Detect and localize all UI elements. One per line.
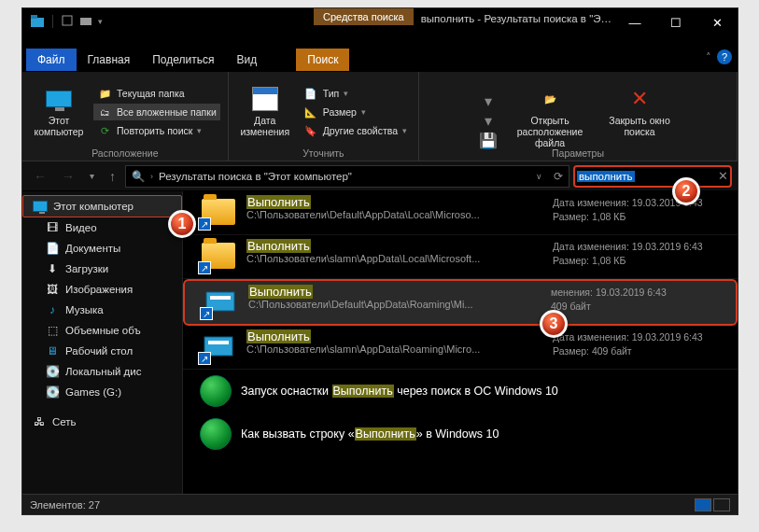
result-path: C:\Пользователи\Default\AppData\Roaming\… [248, 299, 541, 310]
nav-up-button[interactable]: ↑ [104, 169, 121, 184]
ribbon: Этот компьютер 📁Текущая папка 🗂Все вложе… [22, 72, 738, 161]
item-count: 27 [89, 499, 100, 511]
search-input[interactable]: выполнить ✕ [573, 165, 732, 188]
repeat-search-button[interactable]: ⟳Повторить поиск ▾ [93, 122, 220, 139]
address-bar[interactable]: 🔍 › Результаты поиска в "Этот компьютер"… [125, 165, 569, 188]
qat-dropdown-icon[interactable]: ▾ [98, 17, 103, 26]
result-meta: менения: 19.03.2019 6:43 409 байт [551, 285, 728, 313]
close-search-button[interactable]: ✕ Закрыть окно поиска [602, 83, 677, 137]
monitor-icon [46, 91, 72, 107]
result-path: C:\Пользователи\slamn\AppData\Local\Micr… [246, 253, 543, 264]
result-row[interactable]: ↗ Выполнить C:\Пользователи\slamn\AppDat… [183, 326, 738, 370]
current-folder-button[interactable]: 📁Текущая папка [93, 85, 220, 102]
size-filter-button[interactable]: 📐Размер ▾ [300, 104, 411, 120]
svg-rect-7 [208, 341, 229, 344]
minimize-button[interactable]: — [614, 8, 655, 36]
icons-view-button[interactable] [713, 498, 730, 511]
result-path: C:\Пользователи\slamn\AppData\Roaming\Mi… [246, 343, 543, 355]
navigation-pane: Этот компьютер 🎞Видео 📄Документы ⬇Загруз… [22, 191, 183, 494]
quick-access-toolbar: ▾ [22, 8, 108, 29]
window-controls: — ☐ ✕ [614, 8, 738, 36]
globe-icon [200, 375, 232, 407]
ribbon-collapse-icon[interactable]: ˄ [706, 51, 711, 63]
folders-icon: 🗂 [97, 105, 112, 119]
nav-back-button[interactable]: ← [28, 169, 52, 184]
status-bar: Элементов: 27 [22, 494, 738, 514]
maximize-button[interactable]: ☐ [655, 8, 696, 36]
sidebar-item-desktop[interactable]: 🖥Рабочий стол [22, 341, 182, 361]
address-dropdown-icon[interactable]: ∨ [536, 172, 542, 181]
other-props-button[interactable]: 🔖Другие свойства ▾ [300, 122, 411, 139]
sidebar-item-this-pc[interactable]: Этот компьютер [22, 195, 182, 217]
sidebar-item-games[interactable]: 💽Games (G:) [22, 382, 182, 402]
picture-icon: 🖼 [45, 282, 60, 297]
titlebar: ▾ Средства поиска выполнить - Результаты… [22, 8, 738, 46]
tab-file[interactable]: Файл [26, 49, 77, 71]
web-result-row[interactable]: Как вызвать строку «Выполнить» в Windows… [183, 413, 738, 455]
all-subfolders-button[interactable]: 🗂Все вложенные папки [93, 104, 220, 120]
folder-icon: 📁 [97, 86, 112, 101]
address-bar-row: ← → ▾ ↑ 🔍 › Результаты поиска в "Этот ко… [22, 161, 738, 191]
svg-rect-5 [210, 296, 231, 300]
help-icon[interactable]: ? [717, 49, 732, 64]
document-icon: 📄 [45, 241, 60, 256]
explorer-window: ▾ Средства поиска выполнить - Результаты… [21, 7, 738, 515]
search-location-icon: 🔍 [132, 170, 145, 183]
callout-badge-3: 3 [540, 310, 568, 338]
callout-badge-1: 1 [168, 210, 196, 238]
save-search-icon[interactable]: 💾 [479, 132, 498, 149]
sidebar-item-3d-objects[interactable]: ⬚Объемные объ [22, 320, 182, 341]
nav-forward-button[interactable]: → [56, 169, 80, 184]
refresh-icon[interactable]: ⟳ [554, 170, 563, 183]
clear-search-icon[interactable]: ✕ [718, 169, 728, 183]
this-pc-button[interactable]: Этот компьютер [30, 83, 88, 137]
sidebar-item-videos[interactable]: 🎞Видео [22, 217, 182, 238]
refresh-icon: ⟳ [97, 123, 112, 138]
tab-home[interactable]: Главная [77, 49, 142, 71]
sidebar-item-pictures[interactable]: 🖼Изображения [22, 279, 182, 300]
close-search-label: Закрыть окно поиска [602, 115, 677, 137]
nav-history-dropdown[interactable]: ▾ [84, 171, 100, 181]
sidebar-item-music[interactable]: ♪Музыка [22, 300, 182, 320]
tab-share[interactable]: Поделиться [141, 49, 225, 71]
props-icon: 🔖 [303, 123, 318, 138]
tab-view[interactable]: Вид [225, 49, 268, 71]
group-label-location: Расположение [91, 145, 158, 159]
run-shortcut-icon: ↗ [202, 285, 239, 318]
type-filter-button[interactable]: 📄Тип ▾ [300, 85, 411, 102]
web-result-row[interactable]: Запуск оснастки Выполнить через поиск в … [183, 370, 738, 413]
date-modified-button[interactable]: Дата изменения [236, 83, 294, 137]
sidebar-item-downloads[interactable]: ⬇Загрузки [22, 259, 182, 279]
result-row[interactable]: ↗ Выполнить C:\Пользователи\slamn\AppDat… [183, 235, 738, 279]
advanced-options-icon[interactable]: ▾ [485, 112, 492, 130]
globe-icon [200, 418, 232, 450]
result-row-selected[interactable]: ↗ Выполнить C:\Пользователи\Default\AppD… [183, 279, 738, 326]
qat-new-folder-icon[interactable] [79, 14, 94, 29]
sidebar-item-documents[interactable]: 📄Документы [22, 238, 182, 259]
size-icon: 📐 [303, 105, 318, 119]
window-title: выполнить - Результаты поиска в "Это... [414, 8, 614, 24]
open-file-location-button[interactable]: 📂 Открыть расположение файла [503, 83, 597, 148]
close-button[interactable]: ✕ [696, 8, 738, 36]
tab-search[interactable]: Поиск [296, 49, 349, 71]
details-view-button[interactable] [695, 498, 711, 511]
result-row[interactable]: ↗ Выполнить C:\Пользователи\Default\AppD… [183, 191, 738, 235]
results-pane: ↗ Выполнить C:\Пользователи\Default\AppD… [183, 191, 738, 494]
network-icon: 🖧 [32, 414, 47, 429]
group-label-refine: Уточнить [302, 145, 344, 159]
svg-rect-1 [31, 15, 37, 19]
open-location-label: Открыть расположение файла [503, 115, 597, 148]
callout-badge-2: 2 [672, 177, 700, 205]
search-tools-contextual-tab: Средства поиска [314, 8, 414, 25]
result-meta: Дата изменения: 19.03.2019 6:43 Размер: … [553, 239, 730, 267]
run-shortcut-icon: ↗ [200, 329, 237, 363]
sidebar-item-local-disk[interactable]: 💽Локальный дис [22, 361, 182, 382]
sidebar-item-network[interactable]: 🖧Сеть [22, 412, 182, 432]
video-icon: 🎞 [45, 220, 60, 235]
ribbon-group-refine: Дата изменения 📄Тип ▾ 📐Размер ▾ 🔖Другие … [229, 72, 419, 161]
recent-searches-icon[interactable]: ▾ [485, 92, 492, 110]
disk-icon: 💽 [45, 364, 60, 379]
cube-icon: ⬚ [45, 323, 60, 338]
folder-open-icon: 📂 [536, 87, 564, 111]
qat-properties-icon[interactable] [61, 14, 76, 29]
